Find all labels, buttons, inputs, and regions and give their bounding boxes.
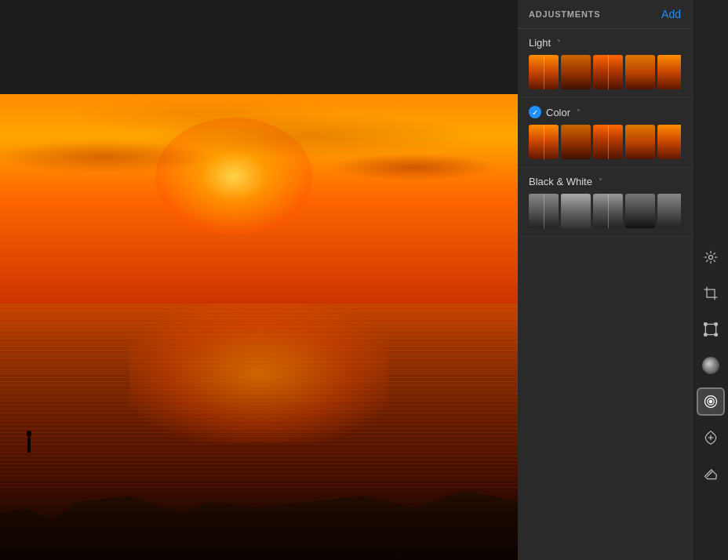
- svg-rect-9: [705, 324, 715, 334]
- selective-button[interactable]: [697, 387, 725, 416]
- bw-thumb-5[interactable]: [657, 194, 681, 228]
- magic-wand-button[interactable]: [697, 243, 725, 271]
- bw-chevron-icon: ˅: [599, 177, 602, 186]
- light-section-title: Light: [529, 37, 551, 49]
- transform-button[interactable]: [697, 315, 725, 344]
- light-thumb-3[interactable]: [593, 55, 623, 89]
- color-thumb-5[interactable]: [657, 125, 681, 159]
- svg-rect-12: [704, 333, 706, 336]
- vignette-icon: [702, 357, 719, 374]
- heal-icon: [703, 430, 719, 445]
- svg-rect-11: [715, 323, 717, 325]
- crop-button[interactable]: [697, 279, 725, 307]
- color-thumb-2[interactable]: [561, 125, 591, 159]
- svg-point-16: [709, 400, 712, 402]
- thumb-divider: [544, 194, 544, 228]
- person-head: [27, 431, 31, 437]
- person-silhouette: [26, 431, 32, 453]
- adjustments-panel: ADJUSTMENTS Add Light ˅: [518, 0, 692, 560]
- color-chevron-icon: ˅: [577, 108, 581, 117]
- bw-section-title: Black & White: [529, 176, 592, 187]
- thumb-divider: [608, 55, 609, 89]
- color-section: ✓ Color ˅: [518, 98, 692, 168]
- sun-reflection: [129, 304, 388, 443]
- color-thumb-3[interactable]: [593, 125, 623, 159]
- light-thumb-1[interactable]: [529, 55, 559, 89]
- right-panel: ADJUSTMENTS Add Light ˅: [518, 0, 728, 560]
- adjustments-header: ADJUSTMENTS Add: [518, 0, 692, 29]
- color-section-title: Color: [546, 107, 570, 118]
- svg-line-5: [713, 260, 715, 262]
- svg-rect-13: [715, 333, 717, 336]
- svg-line-19: [707, 472, 712, 478]
- erase-icon: [703, 466, 719, 482]
- light-thumb-2[interactable]: [561, 55, 591, 89]
- toolbar: [692, 0, 728, 560]
- svg-line-4: [706, 253, 708, 254]
- erase-button[interactable]: [697, 460, 725, 488]
- magic-wand-icon: [703, 249, 719, 265]
- add-button[interactable]: Add: [661, 8, 681, 20]
- clouds-layer: [0, 94, 518, 304]
- bw-thumb-4[interactable]: [625, 194, 655, 228]
- color-check-icon: ✓: [529, 106, 541, 118]
- svg-line-6: [706, 260, 708, 262]
- thumb-divider: [608, 125, 609, 159]
- color-section-header[interactable]: ✓ Color ˅: [529, 106, 681, 118]
- photo-canvas[interactable]: [0, 94, 518, 560]
- thumb-divider: [544, 125, 544, 159]
- top-bar: [0, 0, 518, 94]
- light-section: Light ˅: [518, 29, 692, 98]
- light-section-header[interactable]: Light ˅: [529, 37, 681, 49]
- vignette-button[interactable]: [697, 351, 725, 380]
- bw-thumb-3[interactable]: [593, 194, 623, 228]
- color-thumb-4[interactable]: [625, 125, 655, 159]
- transform-icon: [703, 322, 719, 337]
- color-thumbnails: [529, 125, 681, 159]
- thumb-divider: [608, 194, 609, 228]
- svg-point-8: [708, 256, 712, 260]
- main-photo-area: [0, 0, 518, 560]
- bw-section: Black & White ˅: [518, 168, 692, 237]
- bw-section-header[interactable]: Black & White ˅: [529, 176, 681, 187]
- bw-thumbnails: [529, 194, 681, 228]
- thumb-divider: [544, 55, 544, 89]
- color-thumb-1[interactable]: [529, 125, 559, 159]
- light-thumb-5[interactable]: [657, 55, 681, 89]
- person-body: [27, 437, 31, 453]
- selective-icon: [703, 394, 719, 409]
- bw-thumb-2[interactable]: [561, 194, 591, 228]
- light-thumbnails: [529, 55, 681, 89]
- adjustments-title: ADJUSTMENTS: [529, 9, 600, 19]
- heal-button[interactable]: [697, 424, 725, 452]
- light-chevron-icon: ˅: [557, 38, 561, 47]
- svg-rect-10: [704, 323, 706, 325]
- crop-icon: [703, 285, 719, 301]
- light-thumb-4[interactable]: [625, 55, 655, 89]
- bw-thumb-1[interactable]: [529, 194, 559, 228]
- svg-line-7: [713, 253, 715, 254]
